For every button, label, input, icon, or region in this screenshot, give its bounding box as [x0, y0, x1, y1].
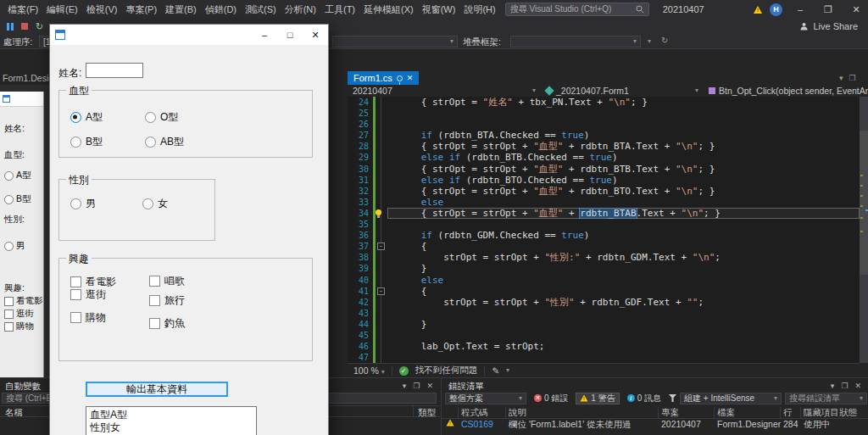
navbar-project-dropdown[interactable]: 20210407 ▾	[348, 85, 541, 97]
close-icon[interactable]: ✕	[407, 74, 414, 82]
code-text[interactable]: { strOpt = strOpt + "血型" + rdbtn_BTB.Tex…	[387, 164, 860, 175]
code-line[interactable]: 29 else if (rdbtn_BTB.Checked == true)	[348, 152, 860, 163]
fold-toggle-icon[interactable]: -	[377, 243, 385, 250]
code-text[interactable]: {	[387, 286, 860, 297]
column-header-project[interactable]: 專案	[659, 407, 715, 418]
account-avatar[interactable]: H	[770, 3, 782, 16]
menu-item[interactable]: 偵錯(D)	[201, 0, 241, 19]
menu-item[interactable]: 編輯(E)	[42, 0, 82, 19]
designer-checkbox[interactable]: 購物	[4, 321, 34, 332]
designer-checkbox[interactable]: 看電影	[4, 295, 43, 307]
code-line[interactable]: 34 { strOpt = strOpt + "血型" + rdbtn_BTAB…	[348, 208, 860, 219]
code-text[interactable]: else if (rdbtn_BTO.Checked == true)	[387, 175, 860, 186]
column-divider[interactable]	[413, 406, 414, 416]
code-text[interactable]	[387, 219, 860, 230]
restart-icon[interactable]: ↻	[36, 22, 43, 31]
code-line[interactable]: 45	[348, 330, 860, 341]
designer-label[interactable]: 興趣:	[4, 282, 25, 294]
checkbox-shopping-street[interactable]: 逛街	[70, 288, 106, 300]
navbar-member-dropdown[interactable]: Btn_Opt_Click(object sender, EventArgs e…	[704, 85, 868, 97]
menu-item[interactable]: 工具(T)	[320, 0, 359, 19]
warnings-filter-button[interactable]: ! 1 警告	[576, 393, 619, 404]
errors-filter-button[interactable]: ✕ 0 錯誤	[530, 393, 572, 404]
radio-gender-female[interactable]: 女	[142, 198, 168, 209]
code-text[interactable]: lab_Opt.Text = strOpt;	[387, 341, 860, 352]
menu-item[interactable]: 分析(N)	[281, 0, 320, 19]
checkbox-fishing[interactable]: 釣魚	[149, 317, 185, 329]
refresh-icon[interactable]: ↻	[661, 36, 668, 45]
code-line[interactable]: 35	[348, 219, 860, 230]
dialog-maximize-button[interactable]: □	[277, 25, 303, 45]
menu-item[interactable]: 專案(P)	[121, 0, 161, 19]
designer-label[interactable]: 姓名:	[4, 123, 25, 135]
checkbox-travel[interactable]: 旅行	[149, 294, 185, 306]
autos-panel-title[interactable]: 自動變數	[5, 381, 41, 393]
checkbox-movie[interactable]: 看電影	[70, 276, 116, 287]
scope-filter-dropdown[interactable]: 整個方案▾	[445, 393, 526, 404]
scrollbar-thumb[interactable]	[860, 131, 868, 275]
close-icon[interactable]: ✕	[426, 382, 433, 390]
code-text[interactable]: else	[387, 197, 860, 208]
code-line[interactable]: 44 }	[348, 319, 860, 330]
code-line[interactable]: 42 strOpt = strOpt + "性別" + rdbtn_GDF.Te…	[348, 297, 860, 308]
code-line[interactable]: 36 if (rdbtn_GDM.Checked == true)	[348, 230, 860, 241]
menu-item[interactable]: 說明(H)	[459, 0, 499, 19]
tab-list-chevron-icon[interactable]: ▾	[839, 74, 843, 82]
quick-actions-lightbulb-icon[interactable]	[375, 209, 383, 218]
code-text[interactable]	[387, 308, 860, 319]
thread-combo[interactable]: ▾	[332, 36, 458, 47]
code-text[interactable]	[387, 119, 860, 130]
designer-label[interactable]: 血型:	[4, 149, 25, 161]
code-text[interactable]: }	[387, 319, 860, 330]
code-line[interactable]: 33 else	[348, 197, 860, 208]
code-line[interactable]: 43	[348, 308, 860, 319]
code-text[interactable]: { strOpt = strOpt + "血型" + rdbtn_BTA.Tex…	[387, 141, 860, 152]
stop-debugging-icon[interactable]	[21, 23, 28, 30]
code-text[interactable]	[387, 352, 860, 363]
column-header-name[interactable]: 名稱	[5, 407, 23, 419]
document-health-message[interactable]: 找不到任何問題	[415, 365, 478, 376]
code-line[interactable]: 46 lab_Opt.Text = strOpt;	[348, 341, 860, 352]
code-text[interactable]: { strOpt = strOpt + "血型" + rdbtn_BTO.Tex…	[387, 186, 860, 197]
code-text[interactable]: { strOpt = "姓名" + tbx_PN.Text + "\n"; }	[387, 97, 860, 108]
messages-filter-button[interactable]: i 0 訊息	[623, 393, 665, 404]
code-line[interactable]: 37- {	[348, 241, 860, 252]
fold-toggle-icon[interactable]: -	[377, 287, 385, 295]
error-list-search-input[interactable]: 搜尋錯誤清單 ▾	[785, 393, 867, 404]
pin-icon[interactable]	[397, 75, 403, 81]
chevron-down-icon[interactable]: ▾	[506, 367, 509, 374]
code-line[interactable]: 27 if (rdbtn_BTA.Checked == true)	[348, 130, 860, 141]
code-line[interactable]: 28 { strOpt = strOpt + "血型" + rdbtn_BTA.…	[348, 141, 860, 152]
toolbar-overflow-icon[interactable]: ▾	[648, 38, 651, 45]
radio-blood-b[interactable]: B型	[70, 136, 103, 148]
column-header-type[interactable]: 類型	[418, 407, 436, 419]
code-line[interactable]: 38 strOpt = strOpt + "性別:" + rdbtn_GDM.T…	[348, 252, 860, 263]
error-code-link[interactable]: CS0169	[459, 419, 506, 429]
code-line[interactable]: 41- {	[348, 286, 860, 297]
forms-designer-surface[interactable]: 姓名: 血型: A型 B型 性別: 男 興趣: 看電影 逛街 購物	[0, 85, 49, 377]
menu-item[interactable]: 測試(S)	[241, 0, 281, 19]
code-text[interactable]: }	[387, 263, 860, 274]
notification-warning-icon[interactable]: !	[754, 6, 762, 14]
designer-label[interactable]: 性別:	[4, 214, 25, 226]
menu-item[interactable]: 檢視(V)	[82, 0, 122, 19]
chevron-down-icon[interactable]: ▾	[403, 382, 407, 390]
column-header-code[interactable]: 程式碼	[459, 407, 506, 418]
code-text[interactable]: if (rdbtn_GDM.Checked == true)	[387, 230, 860, 241]
code-text[interactable]: {	[387, 241, 860, 252]
source-filter-dropdown[interactable]: 組建 + IntelliSense▾	[680, 393, 782, 404]
float-window-icon[interactable]: ❐	[849, 74, 856, 82]
name-input[interactable]	[86, 63, 143, 78]
designer-radio[interactable]: 男	[4, 240, 25, 252]
designer-form-preview[interactable]: 姓名: 血型: A型 B型 性別: 男 興趣: 看電影 逛街 購物	[0, 92, 44, 377]
code-text[interactable]: strOpt = strOpt + "性別" + rdbtn_GDF.Text …	[387, 297, 860, 308]
designer-radio[interactable]: B型	[4, 193, 31, 205]
live-share-button[interactable]: Live Share	[799, 21, 858, 31]
radio-blood-a[interactable]: A型	[70, 111, 103, 123]
vs-quick-search[interactable]: 搜尋 Visual Studio (Ctrl+Q)	[505, 3, 649, 16]
code-line[interactable]: 40 else	[348, 275, 860, 286]
code-text[interactable]	[387, 108, 860, 119]
float-window-icon[interactable]: ❐	[841, 382, 848, 390]
checkbox-sing[interactable]: 唱歌	[149, 275, 185, 287]
close-icon[interactable]: ✕	[854, 382, 861, 390]
